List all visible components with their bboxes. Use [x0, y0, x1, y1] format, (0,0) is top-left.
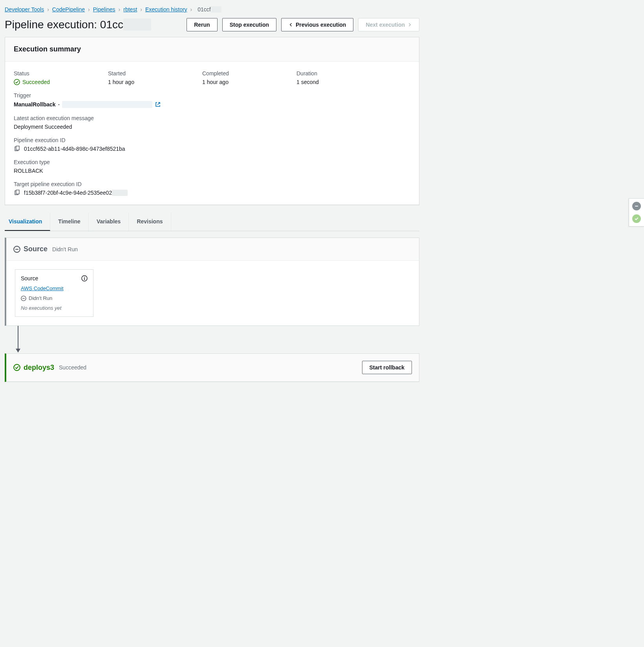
status-text: Succeeded [22, 79, 50, 85]
floating-status-badges [629, 198, 644, 227]
svg-rect-2 [16, 146, 19, 150]
action-status-text: Didn't Run [29, 295, 52, 301]
rerun-button[interactable]: Rerun [187, 18, 217, 31]
trigger-sep: - [58, 101, 60, 108]
svg-point-0 [14, 79, 20, 85]
next-button-label: Next execution [366, 22, 405, 28]
chevron-right-icon: › [88, 6, 90, 13]
breadcrumb-link[interactable]: Pipelines [93, 6, 115, 13]
completed-value: 1 hour ago [202, 79, 273, 85]
svg-point-14 [14, 364, 20, 371]
execution-summary-panel: Execution summary Status Succeeded Start… [5, 37, 419, 205]
stage-connector [14, 326, 419, 353]
trigger-type: ManualRollback [14, 101, 56, 108]
action-card-source: Source AWS CodeCommit Didn't Run No exec… [15, 269, 93, 317]
svg-marker-13 [16, 349, 20, 353]
check-circle-icon[interactable] [632, 214, 641, 223]
stage-title: deploys3 [13, 364, 54, 372]
target-id-label: Target pipeline execution ID [14, 181, 410, 187]
info-icon[interactable] [81, 275, 88, 281]
start-rollback-button[interactable]: Start rollback [362, 361, 412, 374]
stage-deploys3: deploys3 Succeeded Start rollback [5, 353, 419, 382]
message-label: Latest action execution message [14, 115, 410, 121]
exec-id-value: 01ccf652-ab11-4d4b-898c-9473ef8521ba [24, 146, 125, 152]
message-value: Deployment Succeeded [14, 124, 410, 130]
copy-icon[interactable] [14, 190, 20, 196]
chevron-right-icon: › [47, 6, 49, 13]
trigger-label: Trigger [14, 92, 410, 99]
chevron-right-icon [407, 22, 412, 27]
breadcrumb-current-text: 01ccf [198, 6, 210, 13]
stage-status: Succeeded [59, 364, 86, 371]
breadcrumb-link[interactable]: CodePipeline [52, 6, 85, 13]
arrow-down-icon [14, 326, 22, 353]
prev-button-label: Previous execution [296, 22, 346, 28]
next-execution-button: Next execution [358, 18, 419, 31]
status-label: Status [14, 70, 84, 77]
target-id-text: f15b38f7-20bf-4c9e-94ed-2535ee02 [24, 190, 112, 196]
breadcrumb-link[interactable]: Execution history [145, 6, 187, 13]
stop-execution-button[interactable]: Stop execution [222, 18, 276, 31]
panel-header: Execution summary [5, 37, 419, 62]
circle-minus-icon [21, 296, 26, 301]
tab-variables[interactable]: Variables [89, 213, 129, 231]
breadcrumb: Developer Tools › CodePipeline › Pipelin… [5, 5, 419, 18]
stage-name: deploys3 [24, 364, 54, 372]
status-value: Succeeded [14, 79, 84, 85]
started-label: Started [108, 70, 179, 77]
redacted-trigger [62, 101, 152, 108]
chevron-right-icon: › [119, 6, 121, 13]
minus-circle-icon[interactable] [632, 202, 641, 210]
external-link-icon[interactable] [155, 101, 161, 108]
chevron-right-icon: › [140, 6, 142, 13]
page-header: Pipeline execution: 01cc Rerun Stop exec… [5, 18, 419, 31]
action-status: Didn't Run [21, 295, 88, 301]
panel-title: Execution summary [14, 45, 410, 53]
duration-value: 1 second [296, 79, 367, 85]
action-message: No executions yet [21, 305, 88, 311]
stage-source: Source Didn't Run Source AWS CodeCommit … [5, 238, 419, 326]
stage-status: Didn't Run [52, 246, 78, 252]
exec-type-value: ROLLBACK [14, 168, 410, 174]
page-title-text: Pipeline execution: 01cc [5, 18, 123, 31]
exec-type-label: Execution type [14, 159, 410, 165]
svg-point-8 [84, 277, 85, 278]
check-circle-icon [14, 79, 20, 85]
action-provider-link[interactable]: AWS CodeCommit [21, 285, 88, 291]
action-name: Source [21, 275, 38, 281]
breadcrumb-current: 01ccf [195, 6, 224, 13]
started-value: 1 hour ago [108, 79, 179, 85]
svg-rect-4 [16, 190, 19, 194]
chevron-left-icon [289, 22, 293, 27]
breadcrumb-link[interactable]: rbtest [123, 6, 137, 13]
tab-revisions[interactable]: Revisions [129, 213, 171, 231]
page-title: Pipeline execution: 01cc [5, 18, 151, 31]
copy-icon[interactable] [14, 146, 20, 152]
check-circle-icon [13, 364, 20, 371]
previous-execution-button[interactable]: Previous execution [281, 18, 353, 31]
svg-rect-9 [84, 278, 85, 280]
duration-label: Duration [296, 70, 367, 77]
trigger-value: ManualRollback - [14, 101, 410, 108]
target-id-value: f15b38f7-20bf-4c9e-94ed-2535ee02 [24, 190, 128, 196]
detail-tabs: Visualization Timeline Variables Revisio… [5, 213, 419, 231]
stage-title: Source [13, 245, 48, 253]
tab-timeline[interactable]: Timeline [50, 213, 89, 231]
chevron-right-icon: › [190, 6, 192, 13]
completed-label: Completed [202, 70, 273, 77]
exec-id-label: Pipeline execution ID [14, 137, 410, 143]
breadcrumb-link[interactable]: Developer Tools [5, 6, 44, 13]
circle-minus-icon [13, 246, 20, 253]
stage-name: Source [24, 245, 48, 253]
tab-visualization[interactable]: Visualization [5, 213, 50, 231]
